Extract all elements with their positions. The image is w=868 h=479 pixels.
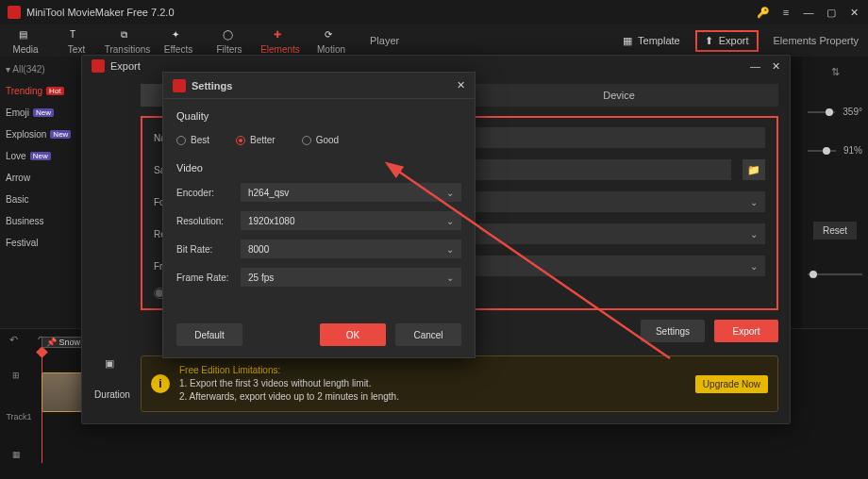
promo-title: Free Edition Limitations:	[179, 364, 399, 377]
add-track-icon[interactable]: ⊞	[12, 371, 25, 384]
sidebar-item-festival[interactable]: Festival	[6, 238, 77, 248]
radio-better[interactable]: Better	[236, 135, 275, 145]
opacity-slider[interactable]: 91%	[808, 145, 862, 156]
close-icon[interactable]: ✕	[847, 6, 860, 19]
player-label: Player	[357, 35, 412, 46]
chevron-down-icon: ⌄	[750, 261, 758, 272]
reset-button[interactable]: Reset	[813, 222, 857, 240]
sidebar-item-emoji[interactable]: EmojiNew	[6, 107, 77, 118]
duration-label: Duration	[94, 389, 130, 400]
bitrate-label: Bit Rate:	[176, 244, 233, 255]
promo-banner: i Free Edition Limitations: 1. Export th…	[141, 355, 778, 412]
license-key-icon[interactable]: 🔑	[757, 6, 770, 19]
quality-radios: Best Better Good	[176, 135, 461, 145]
export-minimize-icon[interactable]: —	[750, 60, 760, 73]
info-icon: i	[151, 374, 170, 393]
template-button[interactable]: ▦Template	[623, 35, 680, 47]
chevron-down-icon: ⌄	[446, 216, 454, 226]
chevron-down-icon: ⌄	[750, 197, 758, 207]
video-section: Video	[176, 162, 461, 173]
tool-motion[interactable]: ⟳Motion	[306, 27, 357, 55]
chevron-down-icon: ⌄	[750, 229, 758, 240]
tool-media[interactable]: ▤Media	[0, 27, 51, 55]
sidebar-item-basic[interactable]: Basic	[6, 194, 77, 205]
radio-best[interactable]: Best	[176, 135, 209, 145]
app-title: MiniTool MovieMaker Free 7.2.0	[26, 7, 175, 18]
quality-section: Quality	[176, 110, 461, 122]
app-logo	[8, 6, 21, 19]
upgrade-button[interactable]: Upgrade Now	[695, 375, 768, 393]
sidebar-item-trending[interactable]: TrendingHot	[6, 86, 77, 96]
adjust-icon[interactable]: ⇅	[831, 66, 840, 78]
chevron-down-icon: ⌄	[446, 188, 454, 198]
settings-close-icon[interactable]: ✕	[457, 79, 465, 91]
sresolution-label: Resolution:	[176, 216, 233, 226]
bitrate-select[interactable]: 8000⌄	[241, 240, 461, 258]
export-modal-title: Export	[110, 60, 141, 72]
browse-folder-button[interactable]: 📁	[743, 159, 765, 180]
tool-elements[interactable]: ✚Elements	[255, 27, 306, 55]
export-icon: ⬆	[705, 35, 713, 47]
sframerate-label: Frame Rate:	[176, 273, 233, 283]
cancel-button[interactable]: Cancel	[395, 323, 461, 346]
undo-icon[interactable]: ↶	[9, 334, 23, 347]
titlebar: MiniTool MovieMaker Free 7.2.0 🔑 ≡ — ▢ ✕	[0, 0, 868, 25]
device-icon[interactable]: ▣	[105, 357, 120, 372]
export-close-icon[interactable]: ✕	[772, 60, 780, 73]
tool-filters[interactable]: ◯Filters	[204, 27, 255, 55]
settings-logo-icon	[173, 79, 186, 92]
ok-button[interactable]: OK	[320, 323, 386, 346]
sresolution-select[interactable]: 1920x1080⌄	[241, 211, 461, 230]
tool-text[interactable]: TText	[51, 27, 102, 55]
sidebar-item-love[interactable]: LoveNew	[6, 151, 77, 161]
properties-label: Elements Property	[774, 35, 859, 46]
template-icon: ▦	[623, 35, 632, 47]
menu-icon[interactable]: ≡	[779, 6, 793, 19]
export-toolbar-button[interactable]: ⬆Export	[695, 30, 759, 52]
sframerate-select[interactable]: 25 fps⌄	[241, 268, 461, 287]
track-label: Track1	[6, 412, 31, 421]
default-button[interactable]: Default	[176, 323, 242, 346]
maximize-icon[interactable]: ▢	[825, 6, 838, 19]
export-logo-icon	[92, 59, 105, 73]
encoder-label: Encoder:	[176, 188, 233, 198]
tool-effects[interactable]: ✦Effects	[153, 27, 204, 55]
promo-line1: 1. Export the first 3 videos without len…	[179, 377, 399, 390]
chevron-down-icon: ⌄	[446, 273, 454, 283]
rotate-value: 359°	[843, 107, 862, 117]
settings-titlebar: Settings ✕	[163, 73, 475, 99]
export-button[interactable]: Export	[714, 320, 778, 342]
settings-modal: Settings ✕ Quality Best Better Good Vide…	[162, 72, 476, 358]
rotate-slider[interactable]: 359°	[808, 107, 862, 117]
radio-good[interactable]: Good	[302, 135, 339, 145]
settings-button[interactable]: Settings	[641, 320, 705, 342]
settings-title: Settings	[192, 80, 232, 91]
tool-transitions[interactable]: ⧉Transitions	[102, 27, 153, 55]
tab-device[interactable]: Device	[459, 84, 778, 107]
track-image-icon[interactable]: ▦	[12, 450, 25, 463]
encoder-select[interactable]: h264_qsv⌄	[241, 183, 461, 202]
minimize-icon[interactable]: —	[802, 6, 815, 19]
sidebar-item-business[interactable]: Business	[6, 216, 77, 226]
opacity-value: 91%	[843, 145, 862, 156]
toolbar: ▤Media TText ⧉Transitions ✦Effects ◯Filt…	[0, 25, 868, 57]
folder-icon: 📁	[747, 164, 760, 176]
chevron-down-icon: ⌄	[446, 244, 454, 255]
extra-slider[interactable]	[808, 273, 862, 275]
clip-label[interactable]: 📌 Snow	[42, 337, 85, 348]
promo-line2: 2. Afterwards, export video up to 2 minu…	[179, 390, 399, 404]
sidebar-item-arrow[interactable]: Arrow	[6, 173, 77, 183]
sidebar-item-explosion[interactable]: ExplosionNew	[6, 129, 77, 140]
sidebar-header[interactable]: ▾ All(342)	[6, 64, 77, 74]
